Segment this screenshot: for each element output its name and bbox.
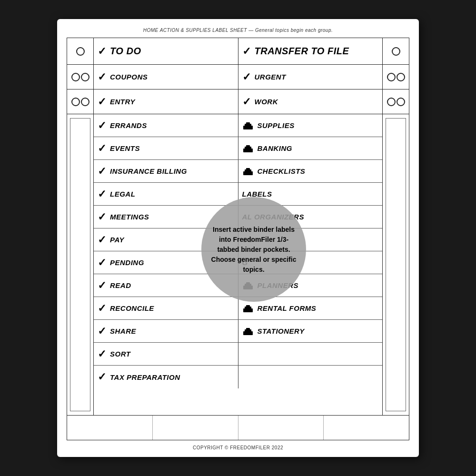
cell-urgent: ✓ URGENT — [238, 65, 383, 89]
circle-5 — [387, 73, 396, 81]
entry-content: ✓ ENTRY ✓ WORK — [94, 89, 382, 114]
check-icon-meetings: ✓ — [98, 211, 106, 223]
header-text: HOME ACTION & SUPPLIES LABEL SHEET — Gen… — [143, 28, 333, 33]
circle-7 — [71, 98, 80, 106]
label-share: SHARE — [110, 327, 136, 335]
tooltip-overlay: Insert active binder labels into Freedom… — [201, 197, 306, 302]
cell-insurance: ✓ INSURANCE BILLING — [94, 160, 238, 182]
bottom-cell-4 — [324, 416, 409, 440]
svg-rect-6 — [243, 171, 253, 175]
side-box-left — [67, 114, 94, 415]
coupons-row: ✓ COUPONS ✓ URGENT — [67, 65, 409, 89]
check-icon-tax: ✓ — [98, 371, 106, 383]
label-pay: PAY — [110, 236, 124, 244]
label-banking: BANKING — [258, 144, 293, 152]
circle-2 — [392, 47, 400, 56]
check-icon-share: ✓ — [98, 325, 106, 337]
check-icon-events: ✓ — [98, 142, 106, 155]
row-errands: ✓ ERRANDS SUPPLIES — [94, 114, 382, 137]
label-events: EVENTS — [110, 144, 140, 152]
bottom-row — [67, 415, 409, 440]
label-urgent: URGENT — [255, 73, 286, 81]
circle-6 — [397, 73, 405, 81]
circle-8 — [81, 98, 89, 106]
check-icon-todo: ✓ — [98, 45, 106, 58]
cell-tax-right — [238, 366, 383, 388]
label-read: READ — [110, 281, 131, 289]
double-circles-right-1 — [382, 65, 409, 89]
label-legal: LEGAL — [110, 190, 135, 198]
check-icon-sort: ✓ — [98, 348, 106, 360]
circle-3 — [71, 73, 80, 81]
circle-9 — [387, 98, 396, 106]
tray-icon-supplies — [242, 121, 254, 130]
label-entry: ENTRY — [110, 98, 135, 106]
coupons-content: ✓ COUPONS ✓ URGENT — [94, 65, 382, 89]
check-icon-errands: ✓ — [98, 119, 106, 132]
label-pending: PENDING — [110, 258, 144, 267]
check-icon-urgent: ✓ — [242, 71, 251, 83]
check-icon-insurance: ✓ — [98, 165, 106, 178]
cell-banking: BANKING — [238, 137, 383, 159]
cell-errands: ✓ ERRANDS — [94, 114, 238, 137]
label-sheet: ✓ TO DO ✓ TRANSFER TO FILE ✓ — [67, 38, 409, 440]
footer-text: COPYRIGHT © FREEDOMFILER 2022 — [193, 445, 283, 450]
check-icon-pending: ✓ — [98, 257, 106, 269]
svg-rect-3 — [243, 149, 253, 152]
side-box-right — [382, 114, 409, 415]
bottom-cell-1 — [67, 416, 153, 440]
row-reconcile: ✓ RECONCILE RENTAL FORMS — [94, 297, 382, 320]
cell-reconcile: ✓ RECONCILE — [94, 297, 238, 319]
cell-transfer: ✓ TRANSFER TO FILE — [238, 38, 383, 64]
check-icon-entry: ✓ — [98, 96, 106, 108]
top-row: ✓ TO DO ✓ TRANSFER TO FILE — [67, 38, 409, 65]
label-coupons: COUPONS — [110, 73, 148, 81]
label-stationery: STATIONERY — [258, 327, 305, 335]
cell-supplies: SUPPLIES — [238, 114, 383, 137]
label-insurance: INSURANCE BILLING — [110, 167, 187, 175]
circle-10 — [397, 98, 405, 106]
row-share: ✓ SHARE STATIONERY — [94, 320, 382, 343]
tooltip-text: Insert active binder labels into Freedom… — [201, 215, 306, 284]
label-supplies: SUPPLIES — [258, 121, 295, 129]
cell-tax: ✓ TAX PREPARATION — [94, 366, 238, 388]
label-transfer: TRANSFER TO FILE — [255, 46, 349, 57]
cell-work: ✓ WORK — [238, 89, 383, 114]
label-errands: ERRANDS — [110, 121, 147, 129]
double-circles-right-2 — [382, 89, 409, 114]
check-icon-transfer: ✓ — [242, 45, 251, 58]
label-checklists: CHECKLISTS — [258, 167, 306, 175]
label-tax: TAX PREPARATION — [110, 373, 180, 381]
label-reconcile: RECONCILE — [110, 304, 154, 312]
svg-rect-14 — [246, 305, 250, 307]
check-icon-read: ✓ — [98, 279, 106, 292]
double-circles-left-1 — [67, 65, 94, 89]
check-icon-coupons: ✓ — [98, 71, 106, 83]
cell-sort: ✓ SORT — [94, 343, 238, 365]
cell-coupons: ✓ COUPONS — [94, 65, 238, 89]
cell-events: ✓ EVENTS — [94, 137, 238, 159]
cell-legal: ✓ LEGAL — [94, 183, 238, 205]
label-work: WORK — [255, 98, 278, 106]
row-events: ✓ EVENTS BANKING — [94, 137, 382, 160]
side-inner-right — [386, 118, 406, 411]
row-tax: ✓ TAX PREPARATION — [94, 366, 382, 388]
entry-row: ✓ ENTRY ✓ WORK — [67, 89, 409, 114]
label-meetings: MEETINGS — [110, 213, 149, 221]
label-rental: RENTAL FORMS — [258, 304, 317, 312]
side-inner-left — [70, 118, 90, 411]
tray-icon-checklists — [242, 167, 254, 176]
svg-rect-12 — [243, 308, 253, 312]
tray-icon-stationery — [242, 327, 254, 336]
top-label-row: ✓ TO DO ✓ TRANSFER TO FILE — [94, 38, 382, 64]
tray-icon-rental — [242, 304, 254, 313]
svg-rect-0 — [243, 126, 253, 129]
check-icon-pay: ✓ — [98, 234, 106, 246]
circle-1 — [76, 47, 85, 56]
check-icon-reconcile: ✓ — [98, 302, 106, 315]
cell-checklists: CHECKLISTS — [238, 160, 383, 182]
cell-stationery: STATIONERY — [238, 320, 383, 342]
tray-icon-banking — [242, 144, 254, 153]
top-circles-left — [67, 38, 94, 64]
svg-rect-15 — [243, 331, 253, 335]
